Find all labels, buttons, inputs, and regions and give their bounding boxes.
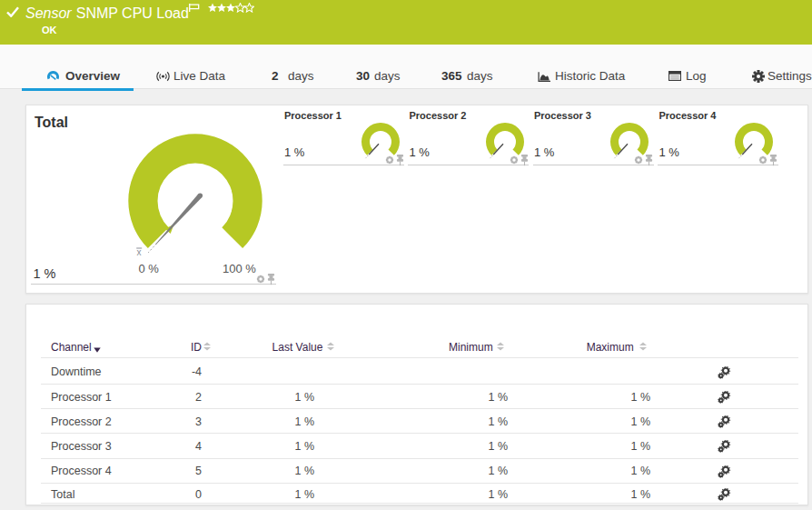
svg-text:x: x [136,247,141,257]
